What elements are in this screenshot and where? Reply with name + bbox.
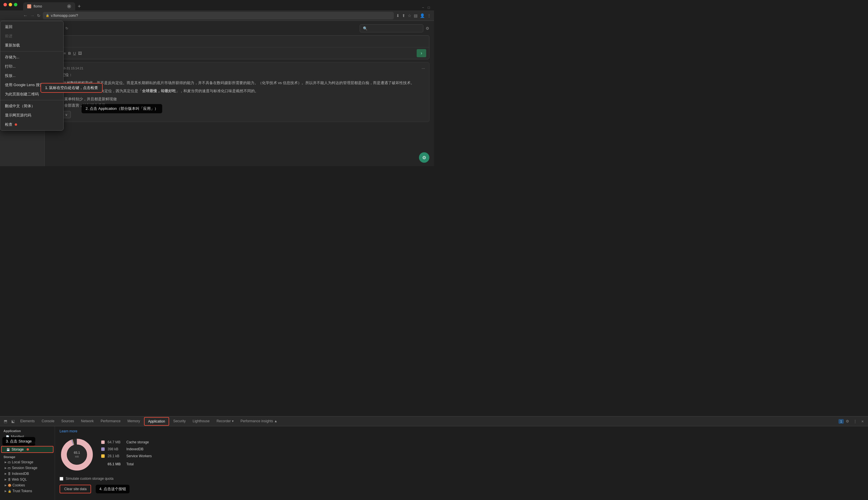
share-icon[interactable]: ⬆ <box>402 13 405 18</box>
window-control-red[interactable] <box>3 3 7 7</box>
back-button[interactable]: ← <box>23 13 28 18</box>
context-menu: 返回 前进 重新加载 存储为... 打印... 投放... 使用 Google … <box>0 21 64 130</box>
ctx-item-source[interactable]: 显示网页源代码 <box>0 111 63 120</box>
lock-icon: 🔒 <box>46 14 49 17</box>
new-tab-button[interactable]: + <box>75 2 83 10</box>
memo-sub-bullet-1: 菜单特别少，并且都是新鲜现做 <box>64 96 425 102</box>
send-button[interactable]: › <box>417 49 426 57</box>
ctx-item-reload[interactable]: 重新加载 <box>0 41 63 50</box>
tab-close-button[interactable]: × <box>67 4 71 8</box>
toolbar-underline[interactable]: U <box>73 51 76 56</box>
browser-tab[interactable]: f flomo × <box>23 2 75 10</box>
sidebar-toggle-icon[interactable]: ▤ <box>414 13 418 18</box>
tab-favicon: f <box>27 4 31 8</box>
url-bar[interactable]: 🔒 v.flomoapp.com/? <box>43 12 394 19</box>
browser-maximize-icon[interactable]: □ <box>426 4 432 10</box>
memo-bullet-1: 柯达被数码相机取代，并不是反向定位。而是其长期耕耘的底片市场所获得的能力，并不具… <box>59 80 425 86</box>
ctx-item-translate[interactable]: 翻成中文（简体） <box>0 101 63 111</box>
menu-icon[interactable]: ⋮ <box>427 13 431 18</box>
step2-annotation: 2. 点击 Application（部分版本叫「应用」） <box>81 104 162 113</box>
inspect-label: 检查 <box>5 122 12 127</box>
ctx-item-save[interactable]: 存储为... <box>0 53 63 62</box>
refresh-button[interactable]: ↻ <box>37 13 41 18</box>
memo-more-icon[interactable]: ··· <box>421 66 425 70</box>
download-icon[interactable]: ⬇ <box>396 13 399 18</box>
ctx-item-print[interactable]: 打印... <box>0 62 63 71</box>
url-text: v.flomoapp.com/? <box>51 14 78 18</box>
toolbar-bold[interactable]: B <box>68 51 71 56</box>
ctx-item-back[interactable]: 返回 <box>0 22 63 32</box>
filter-icon[interactable]: ⚙ <box>426 26 429 31</box>
expand-chevron-icon: ∨ <box>65 113 68 117</box>
star-icon[interactable]: ☆ <box>408 13 412 18</box>
browser-minimize-icon[interactable]: − <box>420 4 426 10</box>
search-bar[interactable]: 🔍 <box>360 24 423 32</box>
window-control-green[interactable] <box>14 3 18 7</box>
profile-icon[interactable]: 👤 <box>420 13 425 18</box>
search-icon: 🔍 <box>363 26 368 31</box>
tab-title: flomo <box>34 4 42 8</box>
step1-annotation: 1. 鼠标在空白处右键，点击检查 <box>41 83 103 93</box>
ctx-item-cast[interactable]: 投放... <box>0 71 63 80</box>
ctx-item-forward[interactable]: 前进 <box>0 32 63 41</box>
refresh-memo-icon[interactable]: ↻ <box>65 26 68 30</box>
red-dot-icon <box>15 123 17 126</box>
forward-button[interactable]: → <box>30 13 35 18</box>
ctx-item-inspect[interactable]: 检查 <box>0 120 63 129</box>
toolbar-image[interactable]: 🖼 <box>78 51 82 56</box>
settings-fab[interactable]: ⚙ <box>419 152 429 163</box>
memo-bullet-2: In-N-Out 相比麦当劳是反向定位，因为其定位是「全球最慢，却最好吃」，和麦… <box>59 88 425 94</box>
window-control-yellow[interactable] <box>9 3 12 7</box>
memo-card-title: 反向定位： <box>54 72 425 78</box>
